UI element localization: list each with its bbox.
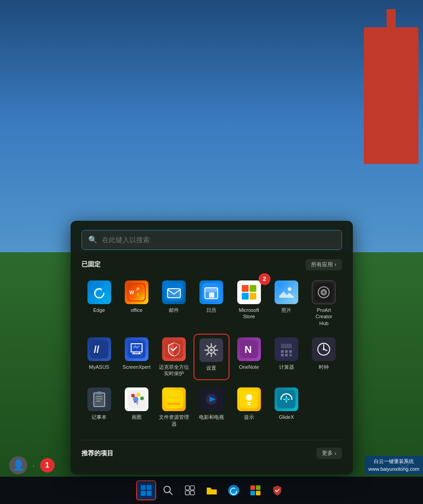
svg-rect-79 xyxy=(185,491,189,495)
paint-label: 画图 xyxy=(132,414,142,420)
edge-icon xyxy=(87,280,111,304)
taskbar xyxy=(0,477,423,504)
taskbar-store-icon xyxy=(250,485,261,496)
app-files[interactable]: 文件资源管理器 xyxy=(156,384,192,431)
watermark-line2: www.baiyunxitong.com xyxy=(368,465,419,473)
windows-icon xyxy=(140,484,152,496)
mcafee-label: 迈克菲全方位实时保护 xyxy=(158,364,190,377)
start-button[interactable] xyxy=(136,480,156,500)
msstore-icon xyxy=(237,280,261,304)
proart-icon xyxy=(312,280,336,304)
svg-rect-48 xyxy=(94,393,105,407)
app-calc[interactable]: 计算器 xyxy=(269,334,304,381)
svg-rect-27 xyxy=(127,340,146,358)
app-myasus[interactable]: // MyASUS xyxy=(82,334,117,381)
step-1-badge: 1 xyxy=(40,458,55,473)
app-movies[interactable]: 电影和电视 xyxy=(194,384,229,431)
section-divider xyxy=(82,440,342,440)
clock-icon xyxy=(312,337,336,361)
myasus-label: MyASUS xyxy=(89,364,109,370)
search-icon: 🔍 xyxy=(88,235,97,244)
clock-label: 时钟 xyxy=(319,364,329,370)
taskbar-edge-icon xyxy=(228,485,239,496)
svg-rect-73 xyxy=(141,491,146,496)
taskbar-files-icon xyxy=(206,485,218,495)
glidex-label: GlideX xyxy=(279,414,294,420)
app-msstore[interactable]: 2 Microsoft Store xyxy=(231,277,267,330)
taskbar-files[interactable] xyxy=(202,480,222,500)
taskbar-store[interactable] xyxy=(245,480,265,500)
app-mail[interactable]: 邮件 xyxy=(156,277,192,330)
user-avatar[interactable]: 👤 xyxy=(9,456,27,474)
onenote-icon: N xyxy=(237,337,261,361)
settings-icon xyxy=(199,338,223,362)
calc-label: 计算器 xyxy=(279,364,294,370)
svg-rect-66 xyxy=(247,402,251,403)
svg-rect-78 xyxy=(190,486,194,490)
building xyxy=(364,27,418,164)
svg-rect-74 xyxy=(147,491,152,496)
svg-rect-60 xyxy=(168,398,180,403)
recommended-title: 推荐的项目 xyxy=(82,449,113,458)
app-office[interactable]: W P X office xyxy=(119,277,154,330)
files-label: 文件资源管理器 xyxy=(158,414,190,427)
taskbar-search[interactable] xyxy=(158,480,178,500)
pinned-section-header: 已固定 所有应用 › xyxy=(82,259,342,270)
office-label: office xyxy=(131,307,143,313)
svg-rect-72 xyxy=(147,485,152,490)
svg-point-65 xyxy=(246,394,252,401)
app-mcafee[interactable]: 迈克菲全方位实时保护 xyxy=(156,334,192,381)
svg-text:▦: ▦ xyxy=(209,291,214,298)
notepad-label: 记事本 xyxy=(92,414,107,420)
taskbar-mcafee[interactable] xyxy=(267,480,287,500)
svg-point-46 xyxy=(323,348,325,350)
svg-rect-16 xyxy=(250,285,256,292)
svg-rect-71 xyxy=(141,485,146,490)
svg-rect-17 xyxy=(242,293,249,300)
app-onenote[interactable]: N OneNote xyxy=(231,334,267,381)
paint-icon xyxy=(125,387,148,411)
taskbar-taskview[interactable] xyxy=(180,480,200,500)
office-icon: W P X xyxy=(125,280,148,304)
movies-icon xyxy=(199,387,223,411)
task-view-icon xyxy=(185,485,195,495)
more-button[interactable]: 更多 › xyxy=(316,448,342,459)
app-screenxpert[interactable]: ScreenXpert xyxy=(119,334,154,381)
search-input[interactable] xyxy=(102,236,335,244)
app-tips[interactable]: 提示 xyxy=(231,384,267,431)
app-edge[interactable]: Edge xyxy=(82,277,117,330)
svg-point-55 xyxy=(131,394,135,397)
search-bar[interactable]: 🔍 xyxy=(82,230,342,250)
svg-point-57 xyxy=(140,397,144,400)
svg-point-20 xyxy=(288,287,291,291)
svg-point-70 xyxy=(285,397,288,401)
glidex-icon xyxy=(275,387,298,411)
taskbar-mcafee-icon xyxy=(272,485,283,496)
app-photos[interactable]: 照片 xyxy=(269,277,304,330)
app-notepad[interactable]: 记事本 xyxy=(82,384,117,431)
app-paint[interactable]: 画图 xyxy=(119,384,154,431)
app-calendar[interactable]: ▦ 日历 xyxy=(194,277,229,330)
svg-rect-77 xyxy=(185,486,189,490)
calendar-icon: ▦ xyxy=(199,280,223,304)
tips-label: 提示 xyxy=(244,414,254,420)
svg-rect-39 xyxy=(281,354,284,356)
movies-label: 电影和电视 xyxy=(199,414,224,420)
app-glidex[interactable]: GlideX xyxy=(269,384,304,431)
taskbar-edge[interactable] xyxy=(224,480,244,500)
svg-rect-67 xyxy=(248,404,250,405)
app-settings[interactable]: 设置 xyxy=(194,334,229,381)
all-apps-button[interactable]: 所有应用 › xyxy=(306,259,342,270)
watermark-line1: 白云一键重装系统 xyxy=(368,458,419,465)
app-clock[interactable]: 时钟 xyxy=(306,334,341,381)
calendar-label: 日历 xyxy=(206,307,216,313)
photos-icon xyxy=(275,280,298,304)
files-icon xyxy=(162,387,186,411)
app-proart[interactable]: ProArt Creator Hub xyxy=(306,277,341,330)
svg-rect-18 xyxy=(250,293,256,300)
svg-point-56 xyxy=(137,393,140,397)
svg-rect-37 xyxy=(285,350,288,353)
svg-rect-84 xyxy=(250,491,255,495)
svg-rect-41 xyxy=(289,354,292,356)
edge-label: Edge xyxy=(93,307,105,313)
